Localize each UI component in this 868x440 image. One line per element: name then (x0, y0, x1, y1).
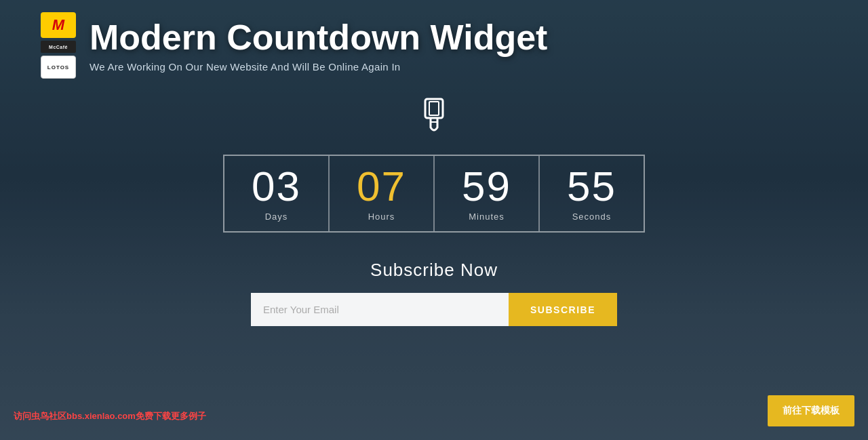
subscribe-button[interactable]: SUBSCRIBE (509, 293, 617, 326)
countdown-minutes: 59 Minutes (435, 156, 540, 231)
lotos-logo: LOTOS (41, 56, 76, 79)
email-input[interactable] (251, 293, 509, 326)
header: M McCafé LOTOS Modern Countdown Widget W… (0, 0, 868, 91)
countdown-hours: 07 Hours (330, 156, 435, 231)
logo-area: M McCafé LOTOS (41, 12, 76, 79)
subscribe-title: Subscribe Now (370, 260, 498, 281)
days-number: 03 (252, 165, 301, 207)
download-button[interactable]: 前往下载模板 (768, 395, 854, 426)
mcdonalds-logo: M (41, 12, 76, 38)
subscribe-section: Subscribe Now SUBSCRIBE (251, 260, 617, 326)
paintbrush-icon (417, 98, 451, 137)
watermark-text: 访问虫鸟社区bbs.xienlao.com免费下载更多例子 (14, 410, 206, 422)
hours-number: 07 (357, 165, 406, 207)
seconds-number: 55 (567, 165, 616, 207)
seconds-label: Seconds (572, 212, 612, 222)
minutes-number: 59 (462, 165, 511, 207)
countdown-days: 03 Days (224, 156, 330, 231)
minutes-label: Minutes (469, 212, 505, 222)
header-text-block: Modern Countdown Widget We Are Working O… (90, 18, 827, 73)
page-title: Modern Countdown Widget (90, 18, 827, 57)
main-content: M McCafé LOTOS Modern Countdown Widget W… (0, 0, 868, 440)
countdown-container: 03 Days 07 Hours 59 Minutes 55 Seconds (223, 155, 645, 233)
countdown-seconds: 55 Seconds (540, 156, 644, 231)
icon-area (417, 98, 451, 140)
hours-label: Hours (368, 212, 395, 222)
days-label: Days (265, 212, 288, 222)
subscribe-form: SUBSCRIBE (251, 293, 617, 326)
page-subtitle: We Are Working On Our New Website And Wi… (90, 61, 827, 73)
svg-rect-1 (429, 102, 439, 115)
mccafe-logo: McCafé (41, 41, 76, 53)
